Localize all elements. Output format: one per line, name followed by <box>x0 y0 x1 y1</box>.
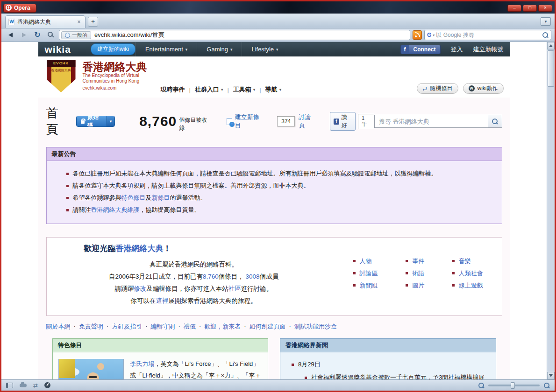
zoom-slider-thumb[interactable] <box>511 382 515 389</box>
announcements-title: 最新公告 <box>47 147 502 161</box>
featured-article-image[interactable] <box>58 359 124 379</box>
quick-link[interactable]: 免責聲明 <box>79 322 103 331</box>
signup-link[interactable]: 建立新帳號 <box>473 45 504 54</box>
scrollbar-track[interactable] <box>547 49 555 372</box>
category-link[interactable]: 圖片 <box>406 281 433 294</box>
wiki-actions-button[interactable]: w wiki動作 <box>463 83 504 94</box>
nav-community-portal[interactable]: 社群入口▾ <box>195 85 223 94</box>
category-link[interactable]: 術語 <box>406 269 433 281</box>
address-bar[interactable]: 一般的 evchk.wikia.com/wiki/首頁 <box>59 30 410 40</box>
zoom-out-icon[interactable] <box>478 382 485 389</box>
site-domain: evchk.wikia.com <box>83 85 147 91</box>
article-count-link[interactable]: 8,760 <box>203 273 219 280</box>
menu-gaming[interactable]: Gaming ▾ <box>197 42 242 56</box>
explore-here-link[interactable]: 這裡 <box>156 297 169 304</box>
site-logo-acronym: EVCHK <box>47 60 76 67</box>
member-count-link[interactable]: 3008 <box>246 273 260 280</box>
turbo-icon[interactable] <box>44 382 50 388</box>
login-link[interactable]: 登入 <box>451 45 463 54</box>
quick-link[interactable]: 如何創建頁面 <box>249 322 286 331</box>
search-engine-caret-icon[interactable]: ▾ <box>433 33 435 37</box>
category-link[interactable]: 人物 <box>353 257 386 269</box>
scroll-down-button[interactable] <box>547 372 555 379</box>
talk-page-link[interactable]: 討論頁 <box>299 113 316 130</box>
create-article-link[interactable]: 建立新條目 <box>227 113 264 130</box>
nav-toolbox[interactable]: 工具箱▾ <box>233 85 256 94</box>
random-article-button[interactable]: ⇄ 隨機條目 <box>417 83 458 94</box>
edit-link[interactable]: 修改 <box>134 285 146 292</box>
wikia-logo[interactable]: wikia <box>45 44 71 55</box>
quick-link[interactable]: 方針及指引 <box>112 322 142 331</box>
announcement-text: 及 <box>146 194 152 201</box>
chevron-down-icon: ▾ <box>221 87 223 92</box>
wand-key-icon <box>48 32 54 38</box>
separator: | <box>259 86 261 93</box>
welcome-line-text: 自2006年3月21日成立，目前已有 <box>109 273 203 280</box>
security-badge[interactable]: 一般的 <box>61 31 91 39</box>
create-wiki-button[interactable]: 建立新的wiki <box>91 43 135 55</box>
sync-icon[interactable]: ⇄ <box>33 383 38 388</box>
quick-link[interactable]: 歡迎，新來者 <box>204 322 241 331</box>
nav-navigation[interactable]: 導航▾ <box>265 85 282 94</box>
new-articles-link[interactable]: 新條目 <box>152 194 170 201</box>
category-link[interactable]: 討論區 <box>353 269 386 281</box>
quick-link[interactable]: 測試功能用沙盒 <box>294 322 337 331</box>
zoom-in-icon[interactable] <box>543 382 550 389</box>
wiki-search-field[interactable] <box>374 115 502 128</box>
category-link[interactable]: 事件 <box>406 257 433 269</box>
community-link[interactable]: 社區 <box>228 285 241 292</box>
rss-icon[interactable] <box>413 30 422 40</box>
wiki-search-input[interactable] <box>375 115 487 127</box>
quick-link[interactable]: 關於本網 <box>46 322 71 331</box>
site-title-block[interactable]: 香港網絡大典 The Encyclopedia of Virtual Commu… <box>83 61 147 91</box>
li-force-link[interactable]: 李氏力場 <box>130 360 155 367</box>
category-link[interactable]: 線上遊戲 <box>452 281 492 294</box>
zoom-slider[interactable] <box>488 385 540 386</box>
wiki-search-button[interactable] <box>488 115 502 127</box>
google-search-input[interactable] <box>436 32 541 38</box>
welcome-line-text: 你可以在 <box>131 297 156 304</box>
panels-toggle-icon[interactable] <box>6 383 13 388</box>
featured-articles-link[interactable]: 特色條目 <box>121 194 146 201</box>
wikia-favicon-icon: W <box>8 19 15 25</box>
category-link[interactable]: 音樂 <box>452 257 492 269</box>
opera-menu-button[interactable]: O Opera <box>3 4 36 13</box>
unite-cloud-icon[interactable] <box>20 384 27 387</box>
maintenance-link[interactable]: 香港網絡大典維護 <box>91 206 140 213</box>
quick-link[interactable]: 編輯守則 <box>151 322 175 331</box>
forward-button[interactable] <box>18 30 29 40</box>
search-magnifier-icon[interactable] <box>542 32 549 38</box>
google-search-field[interactable]: G ▾ <box>424 30 551 40</box>
news-text-segment: 社會福利署透過獎券基金撥款一千七百萬元，予3間社福機構擴展網上外展社工服務，主動… <box>311 374 485 379</box>
scroll-up-button[interactable] <box>547 42 555 49</box>
reload-button[interactable]: ↻ <box>32 30 43 40</box>
back-button[interactable] <box>5 30 16 40</box>
new-tab-button[interactable]: + <box>88 17 98 27</box>
view-source-caret-icon[interactable]: ▾ <box>107 116 115 126</box>
news-title: 香港網絡界新聞 <box>280 339 496 352</box>
vertical-scrollbar[interactable] <box>547 42 555 379</box>
wand-button[interactable] <box>45 30 57 40</box>
view-source-button[interactable]: 原始碼 ▾ <box>76 116 115 127</box>
header-pills: ⇄ 隨機條目 w wiki動作 <box>417 83 503 94</box>
category-link[interactable]: 人類社會 <box>452 269 492 281</box>
category-link[interactable]: 新聞組 <box>353 281 386 294</box>
site-logo[interactable]: EVCHK 香港網絡大典 <box>47 60 76 92</box>
chevron-down-icon: ▾ <box>253 87 256 92</box>
facebook-like-button[interactable]: f 讚好 <box>330 112 356 131</box>
separator: · <box>244 322 246 331</box>
tab-evchk[interactable]: W 香港網絡大典 × <box>5 15 86 28</box>
menu-entertainment[interactable]: Entertainment ▾ <box>135 42 197 56</box>
tab-close-icon[interactable]: × <box>76 19 82 25</box>
minimize-button[interactable]: – <box>507 5 521 12</box>
close-button[interactable]: × <box>538 5 552 12</box>
chevron-down-icon: ▾ <box>185 47 188 52</box>
menu-lifestyle[interactable]: Lifestyle ▾ <box>242 42 287 56</box>
site-home-link[interactable]: 香港網絡大典 <box>116 244 164 253</box>
nav-current-events[interactable]: 現時事件 <box>161 85 185 94</box>
quick-link[interactable]: 禮儀 <box>184 322 196 331</box>
scrollbar-thumb[interactable] <box>548 50 554 87</box>
closed-tabs-icon[interactable]: ▾ <box>541 17 551 26</box>
maximize-button[interactable]: □ <box>523 5 537 12</box>
facebook-connect-button[interactable]: f Connect <box>400 45 441 54</box>
